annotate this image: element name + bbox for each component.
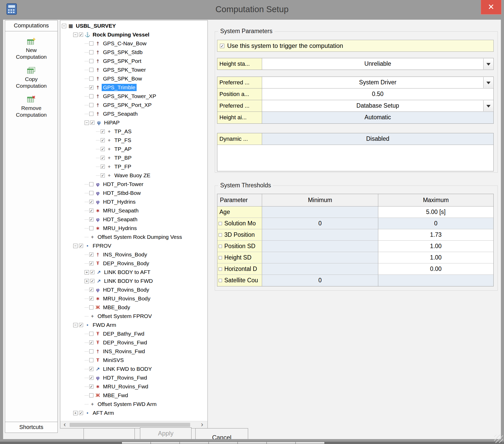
tree-checkbox[interactable]: ✓: [79, 33, 83, 37]
tree-checkbox[interactable]: [89, 349, 93, 353]
tree-checkbox[interactable]: ✓: [89, 297, 93, 301]
threshold-max-cell[interactable]: 1.00: [378, 241, 493, 252]
tree-checkbox[interactable]: ✓: [89, 288, 93, 292]
tree-checkbox[interactable]: ✓: [79, 411, 83, 415]
tree-checkbox[interactable]: [89, 226, 93, 230]
new-computation-button[interactable]: New Computation: [5, 38, 57, 60]
remove-computation-button[interactable]: Remove Computation: [5, 95, 57, 118]
tree-node[interactable]: ŦMiniSVS: [60, 356, 207, 365]
dropdown-arrow-icon[interactable]: [483, 58, 493, 69]
tree-checkbox[interactable]: ✓: [89, 217, 93, 221]
tree-node[interactable]: +Offset System FWD Arm: [60, 400, 207, 409]
tree-node[interactable]: ✓φHDT_Seapath: [60, 215, 207, 224]
tree-node[interactable]: ŦDEP_Bathy_Fwd: [60, 329, 207, 338]
tree-checkbox[interactable]: ✓: [89, 85, 93, 90]
tree-node[interactable]: ✓+TP_AP: [60, 145, 207, 153]
collapse-icon[interactable]: −: [73, 244, 78, 248]
tree-checkbox[interactable]: [89, 59, 93, 63]
tree-node[interactable]: ЖMBE_Fwd: [60, 391, 207, 400]
position-accuracy-field[interactable]: 0.50: [262, 88, 493, 100]
tree-node[interactable]: ✓↗LINK FWD to BODY: [60, 365, 207, 373]
tree-node[interactable]: −✓▪FWD Arm: [60, 321, 207, 329]
height-status-dropdown[interactable]: Unreliable: [262, 58, 493, 70]
tree-node[interactable]: ✓+TP_FS: [60, 136, 207, 145]
tree-node[interactable]: +✓↗LINK BODY to AFT: [60, 268, 207, 277]
collapse-icon[interactable]: −: [73, 323, 78, 327]
tree-checkbox[interactable]: ✓: [101, 173, 105, 177]
copy-computation-button[interactable]: Copy Computation: [5, 66, 57, 89]
scroll-left-icon[interactable]: ‹: [61, 421, 69, 428]
threshold-max-cell[interactable]: 1.73: [378, 229, 493, 240]
tree-node[interactable]: ∗MRU_Hydrins: [60, 224, 207, 233]
threshold-max-cell[interactable]: 0.00: [378, 263, 493, 275]
threshold-checkbox[interactable]: [219, 279, 222, 282]
tree-checkbox[interactable]: ✓: [101, 156, 105, 160]
tree-node[interactable]: −✓ψHiPAP: [60, 118, 207, 127]
tree-checkbox[interactable]: [89, 50, 93, 54]
tree-node[interactable]: +Offset System FPROV: [60, 312, 207, 321]
tree-node[interactable]: ✓∗MRU_Rovins_Body: [60, 294, 207, 303]
tree-node[interactable]: ✓+TP_FP: [60, 162, 207, 171]
tree-node[interactable]: +✓▪AFT Arm: [60, 409, 207, 417]
tree-checkbox[interactable]: ✓: [89, 209, 93, 213]
tree-node[interactable]: ✓φHDT_Rovins_Fwd: [60, 373, 207, 382]
tree-node[interactable]: −✓⚓Rock Dumping Vessel: [60, 30, 207, 39]
tree-checkbox[interactable]: ✓: [89, 200, 93, 204]
tree-checkbox[interactable]: ✓: [90, 270, 94, 274]
tree-node[interactable]: †GPS_SPK_Tower: [60, 65, 207, 74]
tree-node[interactable]: φHDT_Stbd-Bow: [60, 189, 207, 197]
trigger-computation-row[interactable]: ✓ Use this system to trigger the computa…: [217, 40, 494, 52]
tree-checkbox[interactable]: ✓: [90, 279, 94, 283]
tree-node[interactable]: †GPS_Seapath: [60, 109, 207, 118]
trigger-checkbox[interactable]: ✓: [220, 44, 224, 48]
tree-node[interactable]: ✓†GPS_Trimble: [60, 83, 207, 92]
threshold-max-cell[interactable]: 1.00: [378, 252, 493, 263]
tree-checkbox[interactable]: [89, 182, 93, 186]
tree-checkbox[interactable]: ✓: [89, 384, 93, 389]
tree-node[interactable]: †GPS_SPK_Port_XP: [60, 101, 207, 109]
shortcuts-bar[interactable]: Shortcuts: [5, 422, 57, 433]
tree-node[interactable]: φHDT_Port-Tower: [60, 180, 207, 189]
collapse-icon[interactable]: −: [62, 24, 66, 28]
collapse-icon[interactable]: −: [73, 33, 78, 37]
resize-grip[interactable]: [494, 435, 503, 443]
tree-node[interactable]: ✓φHDT_Rovins_Body: [60, 285, 207, 294]
tree-node[interactable]: ✓+TP_AS: [60, 127, 207, 136]
tree-node[interactable]: ✓+Wave Buoy ZE: [60, 171, 207, 180]
tree-checkbox[interactable]: ✓: [89, 376, 93, 380]
scrollbar-thumb[interactable]: [70, 423, 190, 427]
tree-node[interactable]: +✓↗LINK BODY to FWD: [60, 277, 207, 285]
tree-node[interactable]: †INS_Rovins_Fwd: [60, 347, 207, 356]
collapse-icon[interactable]: −: [85, 121, 89, 125]
tree-node[interactable]: ЖMBE_Body: [60, 303, 207, 312]
threshold-checkbox[interactable]: [219, 222, 222, 225]
tree-checkbox[interactable]: ✓: [101, 165, 105, 169]
tree-checkbox[interactable]: ✓: [101, 129, 105, 134]
expand-icon[interactable]: +: [73, 411, 78, 415]
threshold-checkbox[interactable]: [219, 256, 222, 259]
tree-node[interactable]: −✓▪FPROV: [60, 241, 207, 250]
tree-checkbox[interactable]: [89, 191, 93, 195]
tree-node[interactable]: ✓+TP_BP: [60, 153, 207, 162]
expand-icon[interactable]: +: [85, 270, 89, 275]
tree-checkbox[interactable]: [89, 112, 93, 116]
tree-node[interactable]: ✓φHDT_Hydrins: [60, 197, 207, 206]
tree-checkbox[interactable]: ✓: [101, 147, 105, 151]
tree-node[interactable]: ✓†INS_Rovins_Body: [60, 250, 207, 259]
titlebar[interactable]: Computation Setup ✕: [0, 0, 504, 20]
tree-checkbox[interactable]: ✓: [89, 367, 93, 371]
threshold-max-cell[interactable]: 5.00 [s]: [378, 206, 493, 218]
tree-checkbox[interactable]: [89, 305, 93, 309]
tree-node[interactable]: †GPS_SPK_Tower_XP: [60, 92, 207, 101]
tree-node[interactable]: +Offset System Rock Dumping Vess: [60, 233, 207, 241]
tree-node[interactable]: †GPS_C-Nav_Bow: [60, 39, 207, 48]
expand-icon[interactable]: +: [85, 279, 89, 283]
preferred-setup-dropdown[interactable]: Database Setup: [262, 100, 493, 112]
threshold-checkbox[interactable]: [219, 245, 222, 248]
tree-node[interactable]: †GPS_SPK_Bow: [60, 74, 207, 83]
tree-checkbox[interactable]: [89, 332, 93, 336]
dropdown-arrow-icon[interactable]: [483, 77, 493, 88]
tree-checkbox[interactable]: [89, 103, 93, 107]
tree-node[interactable]: ✓∗MRU_Rovins_Fwd: [60, 382, 207, 391]
tree-checkbox[interactable]: ✓: [90, 121, 94, 125]
